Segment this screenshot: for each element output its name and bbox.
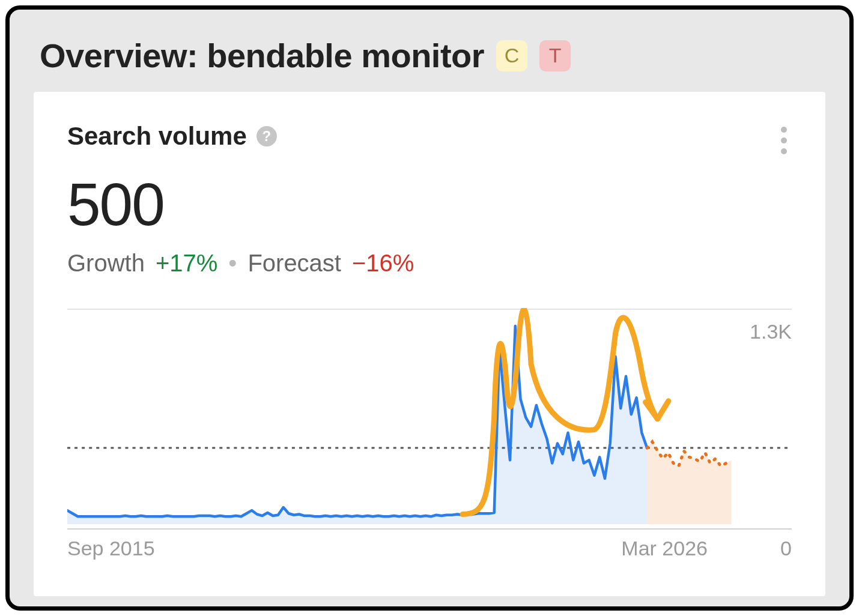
card-header: Search volume ? [67,122,792,159]
badge-c[interactable]: C [496,40,527,71]
separator-dot: • [228,250,237,277]
metric-label-row: Search volume ? [67,122,277,151]
page-title: Overview: bendable monitor [40,36,484,75]
chart-svg [67,308,792,530]
metric-card: Search volume ? 500 Growth +17% • Foreca… [34,92,825,596]
chart: Sep 2015 Mar 2026 1.3K 0 [67,308,792,530]
forecast-value: −16% [352,250,414,277]
metric-value: 500 [67,170,792,239]
growth-label: Growth [67,250,145,277]
series-area [67,326,647,524]
forecast-label: Forecast [247,250,341,277]
metric-subline: Growth +17% • Forecast −16% [67,250,792,277]
kebab-menu-icon[interactable] [776,122,792,159]
y-axis-min-label: 0 [780,537,792,560]
x-axis-end-label: Mar 2026 [621,537,708,560]
metric-label: Search volume [67,122,247,151]
growth-value: +17% [156,250,217,277]
y-axis-max-label: 1.3K [750,320,792,343]
app-frame: Overview: bendable monitor C T Search vo… [5,5,854,611]
x-axis-start-label: Sep 2015 [67,537,155,560]
page-header: Overview: bendable monitor C T [10,10,849,92]
help-icon[interactable]: ? [256,126,277,146]
badge-t[interactable]: T [539,40,571,71]
